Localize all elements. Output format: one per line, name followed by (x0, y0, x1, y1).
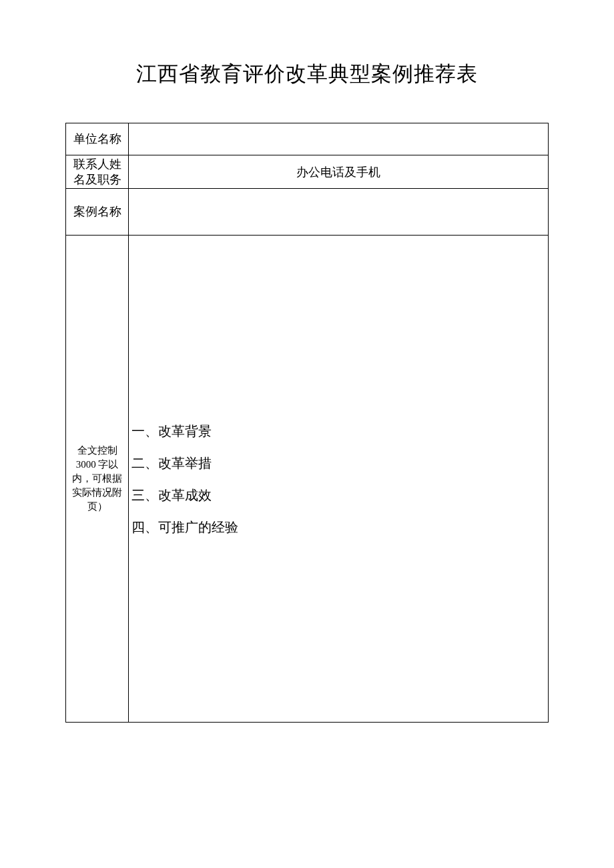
content-note-label: 全文控制3000 字以内，可根据实际情况附页） (66, 236, 129, 723)
recommendation-form-table: 单位名称 联系人姓名及职务 办公电话及手机 案例名称 全文控制3000 字以内，… (65, 123, 549, 723)
table-row: 单位名称 (66, 123, 549, 155)
outline-item-2: 二、改革举措 (131, 447, 545, 479)
page-title: 江西省教育评价改革典型案例推荐表 (65, 60, 549, 88)
outline-item-1: 一、改革背景 (131, 415, 545, 447)
case-name-label: 案例名称 (66, 189, 129, 236)
contact-value: 办公电话及手机 (129, 155, 549, 189)
unit-name-label: 单位名称 (66, 123, 129, 155)
table-row: 案例名称 (66, 189, 549, 236)
table-row: 全文控制3000 字以内，可根据实际情况附页） 一、改革背景 二、改革举措 三、… (66, 236, 549, 723)
unit-name-value (129, 123, 549, 155)
table-row: 联系人姓名及职务 办公电话及手机 (66, 155, 549, 189)
outline-item-4: 四、可推广的经验 (131, 511, 545, 543)
case-name-value (129, 189, 549, 236)
contact-label: 联系人姓名及职务 (66, 155, 129, 189)
content-outline: 一、改革背景 二、改革举措 三、改革成效 四、可推广的经验 (129, 236, 549, 723)
outline-item-3: 三、改革成效 (131, 479, 545, 511)
